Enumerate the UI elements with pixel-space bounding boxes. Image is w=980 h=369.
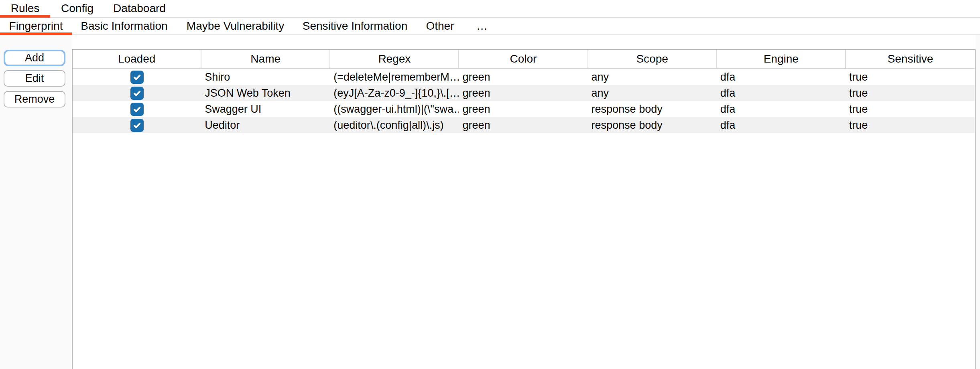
add-button[interactable]: Add [4,50,65,66]
main-tab-rules[interactable]: Rules [0,0,50,17]
cell-regex: (=deleteMe|rememberM… [330,69,459,85]
cell-name: JSON Web Token [201,85,330,101]
rules-sidebar: Add Edit Remove [0,35,72,369]
loaded-checkbox[interactable] [130,71,144,84]
cell-sensitive: true [846,101,975,117]
column-header-name[interactable]: Name [201,50,330,68]
cell-loaded [73,117,201,133]
table-header-row: Loaded Name Regex Color Scope Engine Sen… [73,50,975,69]
checkmark-icon [132,105,142,114]
cell-sensitive: true [846,117,975,133]
main-tab-bar: Rules Config Databoard [0,0,980,18]
cell-engine: dfa [717,117,846,133]
cell-regex: ((swagger-ui.html)|(\"swa… [330,101,459,117]
main-tab-databoard[interactable]: Databoard [104,0,175,17]
main-tab-rules-label: Rules [11,2,40,15]
loaded-checkbox[interactable] [130,119,144,132]
sub-tab-fingerprint[interactable]: Fingerprint [0,18,72,34]
sub-tab-maybe-vulnerability-label: Maybe Vulnerability [187,20,284,32]
table-row[interactable]: Swagger UI ((swagger-ui.html)|(\"swa… gr… [73,101,975,117]
checkmark-icon [132,121,142,130]
cell-loaded [73,69,201,85]
cell-engine: dfa [717,101,846,117]
column-header-color[interactable]: Color [459,50,588,68]
cell-color: green [459,101,588,117]
sub-tab-overflow-label: … [476,20,488,32]
cell-loaded [73,101,201,117]
cell-color: green [459,117,588,133]
cell-scope: any [588,85,717,101]
cell-name: Shiro [201,69,330,85]
sub-tab-maybe-vulnerability[interactable]: Maybe Vulnerability [177,18,294,34]
sub-tab-sensitive-information-label: Sensitive Information [303,20,407,32]
cell-engine: dfa [717,69,846,85]
sub-tab-overflow[interactable]: … [464,18,500,34]
cell-regex: (ueditor\.(config|all)\.js) [330,117,459,133]
main-tab-config[interactable]: Config [50,0,104,17]
cell-scope: any [588,69,717,85]
cell-scope: response body [588,117,717,133]
sub-tab-basic-information[interactable]: Basic Information [72,18,177,34]
column-header-regex[interactable]: Regex [330,50,459,68]
checkmark-icon [132,73,142,82]
cell-engine: dfa [717,85,846,101]
cell-loaded [73,85,201,101]
cell-regex: (eyJ[A-Za-z0-9_-]{10,}\.[… [330,85,459,101]
main-tab-databoard-label: Databoard [113,2,166,15]
checkmark-icon [132,89,142,98]
sub-tab-other[interactable]: Other [416,18,464,34]
cell-name: Swagger UI [201,101,330,117]
right-margin [976,35,980,369]
cell-color: green [459,85,588,101]
active-tab-underline [0,32,72,35]
loaded-checkbox[interactable] [130,87,144,100]
remove-button[interactable]: Remove [4,91,65,107]
sub-tab-sensitive-information[interactable]: Sensitive Information [294,18,416,34]
cell-sensitive: true [846,85,975,101]
column-header-engine[interactable]: Engine [717,50,846,68]
sub-tab-fingerprint-label: Fingerprint [9,20,63,32]
cell-name: Ueditor [201,117,330,133]
edit-button[interactable]: Edit [4,70,65,87]
loaded-checkbox[interactable] [130,103,144,116]
table-row[interactable]: Ueditor (ueditor\.(config|all)\.js) gree… [73,117,975,133]
main-tab-config-label: Config [61,2,94,15]
sub-tab-bar: Fingerprint Basic Information Maybe Vuln… [0,18,980,35]
active-tab-underline [0,15,50,18]
cell-sensitive: true [846,69,975,85]
column-header-sensitive[interactable]: Sensitive [846,50,975,68]
fingerprint-rules-table: Loaded Name Regex Color Scope Engine Sen… [72,49,976,369]
sub-tab-basic-information-label: Basic Information [81,20,167,32]
sub-tab-other-label: Other [426,20,454,32]
column-header-scope[interactable]: Scope [588,50,717,68]
cell-color: green [459,69,588,85]
column-header-loaded[interactable]: Loaded [73,50,201,68]
cell-scope: response body [588,101,717,117]
table-row[interactable]: JSON Web Token (eyJ[A-Za-z0-9_-]{10,}\.[… [73,85,975,101]
table-row[interactable]: Shiro (=deleteMe|rememberM… green any df… [73,69,975,85]
